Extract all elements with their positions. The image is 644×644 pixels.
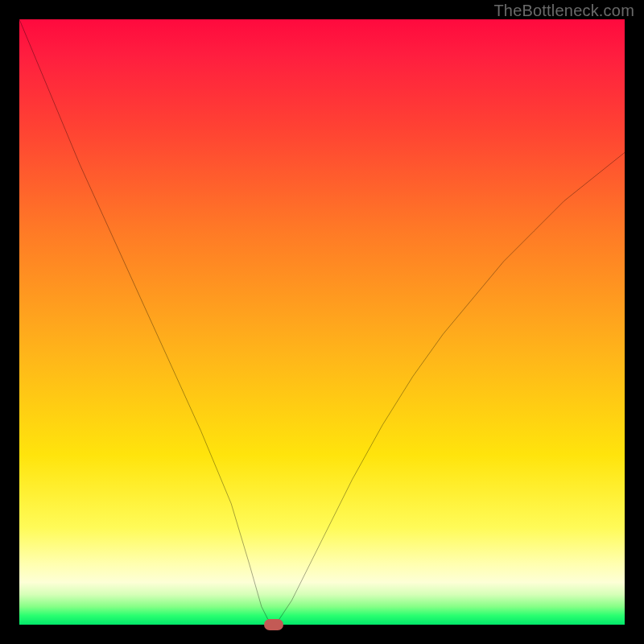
bottleneck-curve bbox=[19, 19, 625, 625]
plot-area bbox=[19, 19, 625, 625]
optimum-marker bbox=[264, 619, 283, 630]
chart-frame: TheBottleneck.com bbox=[0, 0, 644, 644]
curve-path bbox=[19, 19, 625, 625]
watermark-text: TheBottleneck.com bbox=[493, 2, 634, 20]
